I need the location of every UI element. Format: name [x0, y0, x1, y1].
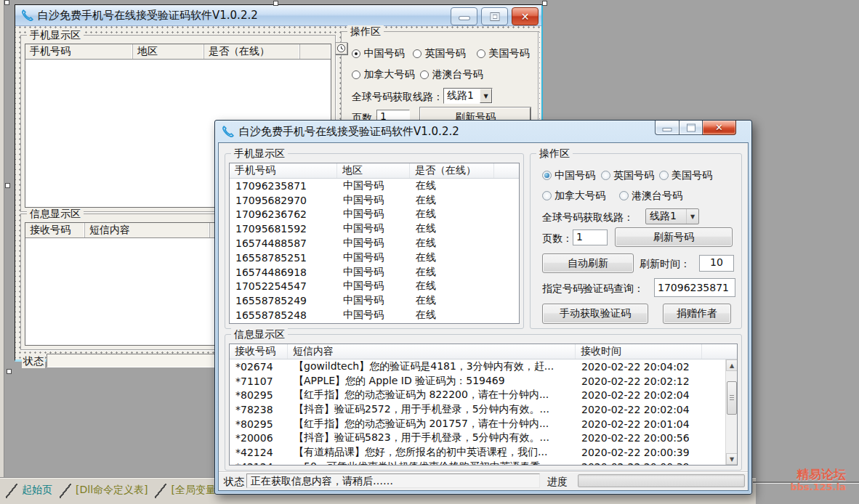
scrollbar-thumb[interactable]: [727, 381, 737, 415]
region-cell: 中国号码: [337, 237, 410, 250]
column-header-filler: [494, 163, 519, 178]
column-header-region[interactable]: 地区: [133, 44, 204, 59]
line-select[interactable]: 线路1 ▼: [443, 88, 493, 104]
column-header-online[interactable]: 是否（在线）: [204, 44, 300, 59]
radio-uk[interactable]: 英国号码: [601, 169, 654, 182]
recv-number-cell: *80295: [230, 389, 288, 401]
chevron-down-icon[interactable]: ▼: [686, 209, 698, 224]
phone-row[interactable]: 16558785248 中国号码 在线: [230, 308, 519, 322]
online-status-cell: 在线: [410, 309, 494, 322]
radio-uk[interactable]: 英国号码: [411, 47, 467, 60]
column-header-recv-number[interactable]: 接收号码: [25, 223, 85, 237]
close-button[interactable]: ✕: [703, 121, 736, 135]
minimize-button[interactable]: [655, 121, 679, 135]
line-label: 全球号码获取线路：: [542, 211, 634, 224]
interval-label: 刷新时间：: [640, 258, 690, 271]
line-select[interactable]: 线路1 ▼: [645, 208, 699, 224]
phone-number-cell: 16558785251: [230, 252, 337, 264]
sms-row[interactable]: *02674 【gowildtech】您的验证码是4181，3分钟内有效，赶..…: [230, 359, 737, 374]
phone-row[interactable]: 17096236762 中国号码 在线: [230, 208, 519, 222]
scroll-up-icon[interactable]: ▲: [726, 359, 738, 371]
column-header-recv-time[interactable]: 接收时间: [576, 344, 702, 359]
sms-row[interactable]: *20006 【抖音】验证码5823，用于手机登录，5分钟内有效。... 202…: [230, 431, 737, 445]
close-icon: ✕: [512, 8, 538, 25]
close-button[interactable]: ✕: [512, 7, 539, 25]
thumb-grip-icon: [730, 395, 734, 401]
online-status-cell: 在线: [410, 294, 494, 307]
online-status-cell: 在线: [410, 237, 494, 250]
phone-row[interactable]: 17052254547 中国号码 在线: [230, 280, 519, 294]
vertical-scrollbar[interactable]: ▲ ▼: [725, 359, 737, 465]
column-header-filler: [702, 344, 737, 359]
radio-hmt[interactable]: 港澳台号码: [619, 190, 682, 203]
phone-row[interactable]: 17096235871 中国号码 在线: [230, 179, 519, 193]
selection-handle[interactable]: [542, 1, 547, 6]
sms-content-cell: 【抖音】验证码5823，用于手机登录，5分钟内有效。...: [288, 431, 576, 444]
main-app-window[interactable]: 白沙免费手机号在线接受验证码软件V1.0.2.2 ✕ 手机显示区 手机号码 地区…: [214, 120, 752, 495]
radio-canada[interactable]: 加拿大号码: [350, 68, 416, 81]
sms-row[interactable]: *80295 【红手指】您的动态验证码为 201757，请在十分钟内... 20…: [230, 417, 737, 431]
ide-workspace: 白沙免费手机号在线接受验证码软件V1.0.2.2 ✕ 手机显示区 手机号码 地区…: [0, 0, 859, 504]
radio-hmt[interactable]: 港澳台号码: [419, 68, 484, 81]
refresh-numbers-button[interactable]: 刷新号码: [615, 227, 733, 247]
status-label: 状态: [22, 355, 45, 368]
tab-dll-commands[interactable]: [Dll命令定义表]: [71, 484, 155, 498]
recv-number-cell: *71107: [230, 375, 288, 387]
phone-row[interactable]: 17095681592 中国号码 在线: [230, 221, 519, 236]
phone-row[interactable]: 16574488587 中国号码 在线: [230, 236, 519, 251]
phone-number-cell: 16558785249: [230, 295, 337, 306]
online-status-cell: 在线: [410, 222, 494, 235]
column-header-recv-number[interactable]: 接收号码: [230, 344, 288, 359]
column-header-online[interactable]: 是否（在线）: [410, 163, 494, 178]
phone-row[interactable]: 16558785249 中国号码 在线: [230, 293, 519, 308]
column-header-number[interactable]: 手机号码: [25, 44, 133, 59]
auto-refresh-button[interactable]: 自动刷新: [542, 253, 634, 273]
selection-handle[interactable]: [7, 369, 12, 374]
radio-canada[interactable]: 加拿大号码: [542, 190, 605, 203]
radio-us[interactable]: 美国号码: [659, 169, 712, 182]
phone-row[interactable]: 16574486918 中国号码 在线: [230, 265, 519, 280]
column-header-sms-content[interactable]: 短信内容: [288, 344, 576, 359]
maximize-button[interactable]: [481, 7, 508, 25]
sms-row[interactable]: *80295 【红手指】您的动态验证码为 822200，请在十分钟内... 20…: [230, 388, 737, 402]
sms-row[interactable]: *42124 ：50，可凭此优惠券以超值优惠价格购买初中英语春季 2020-02…: [230, 460, 737, 466]
online-status-cell: 在线: [410, 179, 494, 192]
column-header-sms-content[interactable]: 短信内容: [85, 223, 210, 237]
page-input[interactable]: 1: [573, 229, 608, 245]
groupbox-caption: 手机显示区: [231, 147, 288, 160]
online-status-cell: 在线: [410, 266, 494, 279]
scroll-down-icon[interactable]: ▼: [726, 453, 738, 465]
selection-handle[interactable]: [4, 0, 9, 5]
sms-row[interactable]: *78238 【抖音】验证码2572，用于手机登录，5分钟内有效。... 202…: [230, 402, 737, 417]
recv-time-cell: 2020-02-22 20:02:12: [576, 375, 714, 387]
line-label: 全球号码获取线路：: [350, 91, 445, 104]
phone-row[interactable]: 17095682970 中国号码 在线: [230, 193, 519, 208]
maximize-button[interactable]: [679, 121, 703, 135]
interval-input[interactable]: 10: [699, 255, 734, 272]
timer-component-icon[interactable]: [335, 42, 347, 54]
donate-author-button[interactable]: 捐赠作者: [663, 304, 731, 324]
tab-start-page[interactable]: 起始页: [17, 484, 60, 498]
phone-row[interactable]: 16558785251 中国号码 在线: [230, 251, 519, 265]
phone-table[interactable]: 手机号码 地区 是否（在线） 17096235871 中国号码 在线 17095…: [229, 163, 520, 324]
column-header-number[interactable]: 手机号码: [230, 163, 337, 178]
radio-china[interactable]: 中国号码: [350, 47, 406, 60]
info-table[interactable]: 接收号码 短信内容 接收时间 *02674 【gowildtech】您的验证码是…: [229, 344, 738, 466]
design-titlebar[interactable]: 白沙免费手机号在线接受验证码软件V1.0.2.2 ✕: [15, 5, 541, 26]
column-header-region[interactable]: 地区: [337, 163, 410, 178]
recv-number-cell: *42124: [230, 461, 288, 466]
minimize-button[interactable]: [451, 7, 477, 25]
app-phone-icon: [222, 126, 234, 138]
radio-us[interactable]: 美国号码: [475, 47, 531, 60]
radio-china[interactable]: 中国号码: [542, 169, 595, 182]
chevron-down-icon[interactable]: ▼: [480, 89, 492, 103]
selection-handle[interactable]: [273, 1, 278, 6]
tab-separator: [6, 484, 17, 498]
ide-left-panel-edge: [0, 0, 4, 477]
query-input[interactable]: 17096235871: [654, 278, 735, 297]
manual-get-code-button[interactable]: 手动获取验证码: [542, 304, 648, 324]
sms-row[interactable]: *42124 【有道精品课】您好，您所报名的初中英语课程，我们... 2020-…: [230, 445, 737, 460]
phone-number-cell: 17096236762: [230, 208, 337, 220]
sms-row[interactable]: *71107 【APPLE】您的 Apple ID 验证码为：519469 20…: [230, 374, 737, 389]
selection-handle[interactable]: [5, 183, 10, 188]
